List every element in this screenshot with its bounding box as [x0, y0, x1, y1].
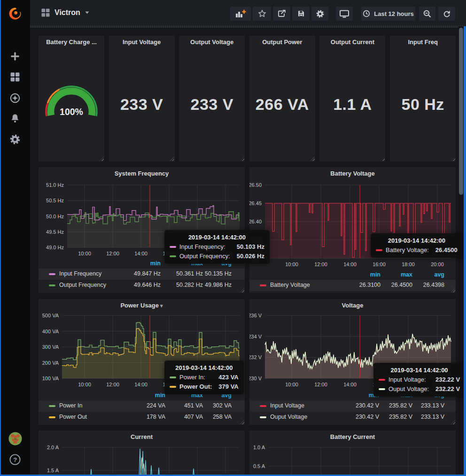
- panel-output-voltage: Output Voltage233 V: [179, 36, 245, 161]
- svg-text:12:00: 12:00: [106, 251, 119, 256]
- legend-value: 178 VA: [147, 414, 165, 420]
- panel-title[interactable]: Input Voltage: [109, 38, 175, 46]
- legend-row-input-voltage[interactable]: Input Voltage230.42 V235.82 V233.13 V: [249, 400, 456, 412]
- dashboard-settings-button[interactable]: [311, 7, 328, 21]
- legend-value: 258 VA: [213, 414, 232, 420]
- tooltip-row: Input Voltage:232.22 V: [379, 376, 460, 383]
- svg-text:236 V: 236 V: [249, 313, 262, 318]
- stat-value: 50 Hz: [390, 95, 456, 114]
- cycle-view-mode-button[interactable]: [336, 7, 353, 21]
- panel-resize-handle[interactable]: [100, 157, 104, 161]
- svg-text:100 VA: 100 VA: [42, 376, 59, 381]
- tooltip-row: Input Frequency:50.103 Hz: [170, 243, 264, 250]
- series-label: Input Voltage: [270, 402, 304, 409]
- graph-battery_current: 1.0 A0.5 A: [249, 430, 456, 476]
- series-label: Power In: [59, 402, 82, 409]
- zoom-out-button[interactable]: [419, 7, 435, 21]
- panel-battery_current: Battery Current1.0 A0.5 A: [249, 430, 456, 476]
- legend-header-min[interactable]: min: [155, 392, 165, 399]
- tooltip-row: Battery Voltage:26.4500: [376, 246, 458, 253]
- legend-value: 235.82 V: [389, 414, 412, 420]
- svg-text:14:00: 14:00: [343, 261, 357, 267]
- sidebar-item-explore[interactable]: [10, 93, 20, 103]
- svg-text:50.0 Hz: 50.0 Hz: [46, 214, 64, 219]
- share-button[interactable]: [273, 7, 290, 21]
- time-picker-button[interactable]: Last 12 hours: [361, 7, 415, 21]
- window-border-left: [0, 0, 1, 476]
- legend-value: 49.986 Hz: [205, 282, 232, 288]
- legend-value: 50.135 Hz: [205, 270, 232, 277]
- legend-header-min[interactable]: min: [370, 271, 381, 278]
- star-button[interactable]: [253, 7, 271, 21]
- stat-value: 1.1 A: [319, 95, 385, 114]
- avatar[interactable]: [8, 432, 22, 445]
- star-icon: [258, 9, 266, 18]
- panel-title[interactable]: Input Freq: [390, 38, 456, 46]
- dashboard-title[interactable]: Victron: [54, 8, 80, 17]
- sidebar-item-configuration[interactable]: [10, 134, 20, 145]
- panel-resize-handle[interactable]: [451, 157, 455, 161]
- panel-title[interactable]: Output Voltage: [179, 38, 245, 46]
- legend-header: minmaxavg: [249, 271, 456, 279]
- legend-header-min[interactable]: min: [150, 260, 161, 267]
- breadcrumb[interactable]: Victron: [41, 0, 89, 25]
- tooltip-timestamp: 2019-03-14 14:42:00: [379, 367, 460, 374]
- gauge-value: 100%: [60, 107, 83, 117]
- zoom-out-icon: [423, 10, 431, 18]
- navbar-texture-divider: [30, 25, 466, 28]
- legend-value: 451 VA: [184, 402, 203, 409]
- series-color-dash: [49, 284, 55, 286]
- legend-header-max[interactable]: max: [401, 271, 412, 278]
- legend-value: 49.646 Hz: [134, 282, 161, 288]
- svg-text:10:00: 10:00: [78, 251, 91, 256]
- panel-title[interactable]: Output Current: [319, 38, 385, 46]
- svg-text:10:00: 10:00: [78, 382, 91, 387]
- svg-text:400 VA: 400 VA: [42, 329, 59, 334]
- svg-text:26.40: 26.40: [249, 219, 262, 224]
- panel-resize-handle[interactable]: [311, 157, 315, 161]
- panel-resize-handle[interactable]: [170, 157, 174, 161]
- svg-text:18:00: 18:00: [402, 261, 415, 267]
- panel-title[interactable]: Output Power: [249, 38, 315, 46]
- svg-text:26.45: 26.45: [249, 200, 262, 206]
- series-label: Ouput Voltage: [270, 414, 307, 420]
- sidebar-item-dashboards[interactable]: [10, 72, 20, 82]
- legend-value: 49.847 Hz: [134, 270, 161, 277]
- stat-value: 266 VA: [249, 95, 315, 114]
- sidebar-item-alerting[interactable]: [10, 114, 20, 123]
- svg-text:1.0 A: 1.0 A: [253, 445, 265, 450]
- svg-text:10:00: 10:00: [285, 382, 298, 387]
- grafana-logo[interactable]: [8, 6, 23, 21]
- legend-row-power-out[interactable]: Power Out178 VA407 VA258 VA: [39, 412, 245, 423]
- legend-row-power-in[interactable]: Power In224 VA451 VA302 VA: [39, 400, 245, 412]
- refresh-button[interactable]: [438, 7, 455, 21]
- scrollbar-thumb[interactable]: [459, 28, 463, 195]
- help-icon[interactable]: ?: [9, 453, 21, 466]
- stat-value: 233 V: [179, 95, 245, 114]
- legend-row-battery-voltage[interactable]: Battery Voltage26.310026.450026.4398: [249, 280, 456, 291]
- svg-text:1.5 A: 1.5 A: [47, 468, 59, 473]
- panel-title[interactable]: Battery Charge ...: [39, 38, 104, 46]
- sidebar-item-create[interactable]: [10, 52, 20, 61]
- legend-header-avg[interactable]: avg: [434, 271, 444, 278]
- panel-resize-handle[interactable]: [381, 157, 385, 161]
- legend-row-ouput-voltage[interactable]: Ouput Voltage230.42 V235.82 V233.13 V: [249, 412, 456, 423]
- save-button[interactable]: [292, 7, 310, 21]
- svg-text:12:00: 12:00: [106, 382, 119, 387]
- add-panel-button[interactable]: [230, 7, 251, 21]
- svg-text:16:00: 16:00: [373, 261, 386, 267]
- legend-row-input-frequency[interactable]: Input Frequency49.847 Hz50.361 Hz50.135 …: [39, 269, 245, 280]
- series-color-dash: [260, 405, 266, 407]
- refresh-icon: [443, 10, 450, 17]
- svg-text:200 VA: 200 VA: [42, 360, 59, 366]
- svg-text:50.5 Hz: 50.5 Hz: [46, 198, 64, 203]
- legend-value: 26.3100: [359, 282, 381, 288]
- series-label: Power Out: [59, 414, 87, 420]
- legend-value: 26.4500: [391, 282, 412, 288]
- legend-row-output-frequency[interactable]: Output Frequency49.646 Hz50.282 Hz49.986…: [39, 280, 245, 291]
- panel-power_usage: Power Usage ▾500 VA400 VA300 VA200 VA100…: [39, 299, 245, 425]
- panel-resize-handle[interactable]: [240, 157, 244, 161]
- svg-text:12:00: 12:00: [314, 382, 327, 387]
- panel-current: Current2.0 A1.5 A: [39, 430, 245, 476]
- graph-tooltip: 2019-03-14 14:42:00Input Frequency:50.10…: [164, 230, 270, 264]
